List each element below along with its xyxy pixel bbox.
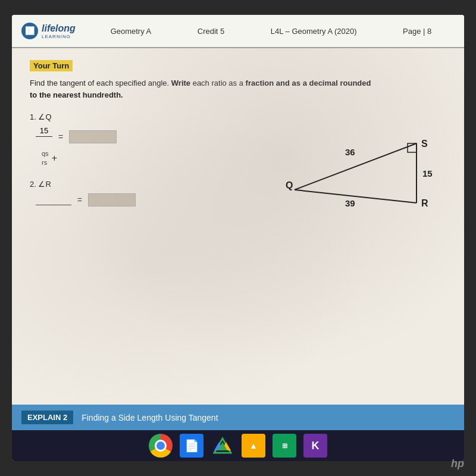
logo-main: lifelong [42,23,76,34]
logo-icon: 🅻 [21,23,38,39]
nav-course: L4L – Geometry A (2020) [271,27,357,36]
explain-title: Finding a Side Length Using Tangent [82,413,218,422]
main-content: Your Turn Find the tangent of each speci… [12,48,464,405]
problem-1: 1. ∠Q 15 = qs rs [30,112,262,168]
svg-line-2 [295,190,416,203]
problem-2: 2. ∠R = [30,180,262,206]
problems-left: 1. ∠Q 15 = qs rs [30,112,262,218]
problem-1-title: 1. ∠Q [30,112,262,121]
fraction-denominator [36,137,52,147]
nav-page: Page | 8 [403,27,431,36]
fraction-numerator: 15 [36,126,52,137]
header-nav: Geometry A Credit 5 L4L – Geometry A (20… [87,27,455,36]
problem-area: 1. ∠Q 15 = qs rs [30,112,446,237]
hp-logo: hp [451,458,464,470]
taskbar: 📄 ▲ ⊞ K [12,430,464,461]
explain-badge: EXPLAIN 2 [21,411,73,424]
taskbar-drive[interactable] [211,434,234,458]
explain-section: EXPLAIN 2 Finding a Side Length Using Ta… [12,405,464,430]
taskbar-docs[interactable]: 📄 [180,434,203,458]
svg-text:15: 15 [422,168,433,178]
logo: 🅻 lifelong LEARNING [21,23,76,39]
side-labels: qs rs [42,149,49,168]
equals-sign-2: = [77,195,82,205]
taskbar-slides[interactable]: ▲ [242,434,265,458]
taskbar-k[interactable]: K [303,434,327,458]
page-header: 🅻 lifelong LEARNING Geometry A Credit 5 … [12,15,464,48]
svg-text:36: 36 [345,147,355,157]
svg-text:R: R [421,198,428,208]
taskbar-chrome[interactable] [149,434,173,458]
svg-text:Q: Q [286,180,293,190]
logo-sub: LEARNING [42,34,76,39]
problem-2-inputs: = [36,193,262,206]
fraction-box: 15 [36,126,52,147]
taskbar-sheets[interactable]: ⊞ [273,434,296,458]
instructions-text: Find the tangent of each specified angle… [30,77,375,101]
nav-subject: Geometry A [111,27,152,36]
problem-1-fraction: 15 = [36,126,262,147]
your-turn-label: Your Turn [30,60,73,71]
triangle-diagram: Q S R 36 15 39 [280,118,446,237]
equals-sign: = [58,132,63,142]
cursor-icon: + [52,153,57,164]
svg-text:39: 39 [345,198,355,208]
svg-text:S: S [421,139,428,149]
answer-input-2[interactable] [88,193,136,206]
svg-line-0 [295,143,416,190]
problem-2-title: 2. ∠R [30,180,262,189]
logo-text: lifelong LEARNING [42,23,76,39]
answer-input-1[interactable] [69,130,117,143]
problem-2-fraction-blank[interactable] [36,195,71,205]
nav-credit: Credit 5 [198,27,225,36]
